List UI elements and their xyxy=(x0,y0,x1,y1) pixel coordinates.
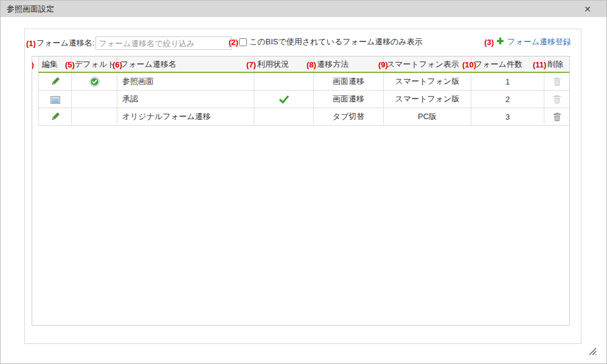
register-form-transition-group: (3) フォーム遷移登録 xyxy=(484,36,571,47)
bis-scope-checkbox-label[interactable]: このBISで使用されているフォーム遷移のみ表示 xyxy=(249,36,423,47)
usage-status-cell xyxy=(254,108,314,126)
smartphone-display-cell: スマートフォン版 xyxy=(384,91,471,108)
plus-icon xyxy=(496,37,504,47)
usage-status-cell xyxy=(254,72,314,91)
annotation-5: (5) xyxy=(65,60,75,69)
annotation-4: (4) xyxy=(32,60,34,69)
reference-screen-settings-dialog: 参照画面設定 ✕ (1) フォーム遷移名: (2) このBISで使用されているフ… xyxy=(0,0,607,364)
column-header-label: デフォルト xyxy=(75,60,116,69)
column-header-8: (11)削除 xyxy=(544,57,570,72)
dialog-content-panel: (1) フォーム遷移名: (2) このBISで使用されているフォーム遷移のみ表示… xyxy=(24,29,581,344)
smartphone-display-cell: スマートフォン版 xyxy=(384,72,471,91)
dialog-titlebar: 参照画面設定 ✕ xyxy=(1,1,606,17)
in-use-check-icon xyxy=(279,95,289,104)
form-count-cell: 3 xyxy=(471,108,544,126)
column-header-label: 削除 xyxy=(547,60,563,69)
transition-method-cell: 画面遷移 xyxy=(314,72,384,91)
close-icon[interactable]: ✕ xyxy=(582,4,593,15)
form-transition-table-container: (4)編集(5)デフォルト(6)フォーム遷移名(7)利用状況(8)遷移方法(9)… xyxy=(32,56,570,326)
column-header-3: (6)フォーム遷移名 xyxy=(117,57,254,72)
table-row: オリジナルフォーム遷移タブ切替PC版3 xyxy=(39,108,570,126)
form-transition-name-cell: 承認 xyxy=(117,91,254,108)
default-badge-icon xyxy=(89,77,100,87)
form-transition-table: (4)編集(5)デフォルト(6)フォーム遷移名(7)利用状況(8)遷移方法(9)… xyxy=(38,57,570,126)
column-header-label: スマートフォン表示 xyxy=(387,60,459,69)
delete-cell xyxy=(544,108,570,126)
table-row: 承認 画面遷移スマートフォン版2 xyxy=(39,91,570,108)
column-header-label: 編集 xyxy=(42,60,58,69)
dialog-title: 参照画面設定 xyxy=(7,4,54,13)
bis-scope-checkbox-group: (2) このBISで使用されているフォーム遷移のみ表示 xyxy=(229,36,423,47)
column-header-6: (9)スマートフォン表示 xyxy=(384,57,471,72)
default-cell[interactable] xyxy=(72,108,117,126)
usage-status-cell xyxy=(254,91,314,108)
pencil-icon[interactable] xyxy=(50,112,60,122)
annotation-2: (2) xyxy=(229,38,238,47)
trash-icon xyxy=(553,95,561,104)
annotation-8: (8) xyxy=(307,60,316,69)
table-row: 参照画面画面遷移スマートフォン版1 xyxy=(39,72,570,91)
trash-icon[interactable] xyxy=(553,112,561,122)
delete-cell xyxy=(544,72,570,91)
default-cell[interactable] xyxy=(72,72,117,91)
form-transition-name-cell: 参照画面 xyxy=(117,72,254,91)
transition-method-cell: 画面遷移 xyxy=(314,91,384,108)
smartphone-display-cell: PC版 xyxy=(384,108,471,126)
edit-cell xyxy=(39,91,72,108)
resize-handle-icon[interactable] xyxy=(587,346,598,357)
picture-icon[interactable] xyxy=(50,96,60,104)
annotation-7: (7) xyxy=(246,60,256,69)
form-transition-name-cell: オリジナルフォーム遷移 xyxy=(117,108,254,126)
annotation-9: (9) xyxy=(378,60,388,69)
transition-method-cell: タブ切替 xyxy=(314,108,384,126)
register-form-transition-link[interactable]: フォーム遷移登録 xyxy=(507,36,571,47)
annotation-6: (6) xyxy=(113,60,122,69)
column-header-label: フォーム件数 xyxy=(474,60,522,69)
column-header-2: (5)デフォルト xyxy=(72,57,117,72)
column-header-label: 利用状況 xyxy=(257,60,289,69)
table-header-row: (4)編集(5)デフォルト(6)フォーム遷移名(7)利用状況(8)遷移方法(9)… xyxy=(39,57,570,72)
filter-input[interactable] xyxy=(95,36,232,50)
column-header-label: 遷移方法 xyxy=(317,60,349,69)
form-count-cell: 2 xyxy=(471,91,544,108)
trash-icon xyxy=(553,77,561,86)
pencil-icon[interactable] xyxy=(50,77,60,87)
annotation-11: (11) xyxy=(533,60,546,69)
default-cell[interactable] xyxy=(72,91,117,108)
form-count-cell: 1 xyxy=(471,72,544,91)
column-header-5: (8)遷移方法 xyxy=(314,57,384,72)
column-header-label: フォーム遷移名 xyxy=(120,60,176,69)
edit-cell xyxy=(39,72,72,91)
bis-scope-checkbox[interactable] xyxy=(239,38,247,46)
column-header-4: (7)利用状況 xyxy=(254,57,314,72)
annotation-10: (10) xyxy=(462,60,476,69)
form-transition-filter-group: (1) フォーム遷移名: xyxy=(26,36,232,50)
edit-cell xyxy=(39,108,72,126)
annotation-3: (3) xyxy=(484,38,494,47)
filter-label: フォーム遷移名: xyxy=(36,38,95,49)
delete-cell xyxy=(544,91,570,108)
annotation-1: (1) xyxy=(26,39,36,48)
